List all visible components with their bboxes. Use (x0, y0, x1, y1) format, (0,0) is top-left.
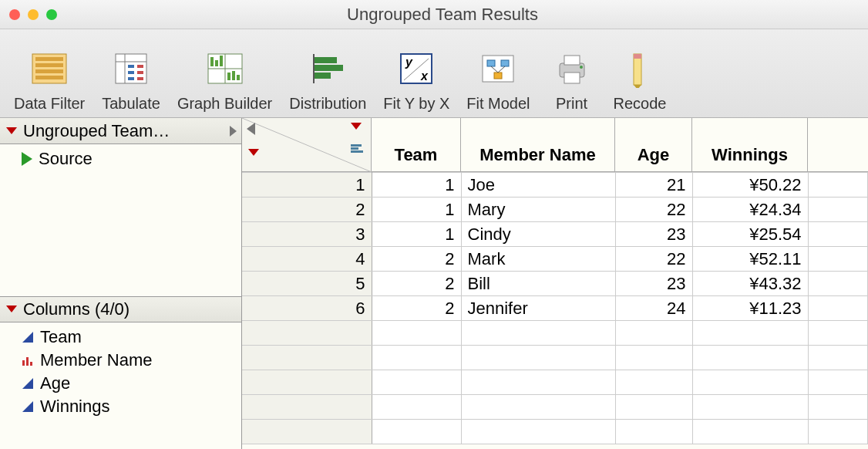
expand-icon[interactable] (230, 126, 237, 137)
row-number[interactable] (242, 321, 372, 346)
cell[interactable] (692, 321, 808, 346)
row-number[interactable] (242, 420, 372, 444)
cell[interactable] (692, 346, 808, 370)
cell[interactable] (692, 370, 808, 395)
cell[interactable]: 2 (372, 272, 461, 296)
table-row[interactable] (242, 395, 868, 420)
cell[interactable]: Jennifer (461, 296, 615, 321)
row-number[interactable]: 2 (242, 197, 372, 222)
row-number[interactable]: 5 (242, 272, 372, 296)
svg-marker-42 (634, 85, 641, 88)
column-header[interactable]: Winnings (692, 118, 808, 171)
cell[interactable]: 2 (372, 296, 461, 321)
row-number[interactable]: 3 (242, 222, 372, 247)
toolbar-tabulate[interactable]: Tabulate (97, 47, 165, 113)
column-item[interactable]: Winnings (22, 395, 235, 418)
grid-body[interactable]: 11Joe21¥50.2221Mary22¥24.3431Cindy23¥25.… (242, 172, 868, 449)
toolbar-distribution[interactable]: Distribution (284, 47, 371, 113)
cell[interactable]: 24 (615, 296, 692, 321)
table-panel-header[interactable]: Ungrouped Team… (0, 118, 241, 144)
cell[interactable] (461, 346, 615, 370)
row-states-icon[interactable] (351, 144, 363, 153)
cell[interactable] (461, 395, 615, 420)
cell[interactable] (372, 420, 461, 444)
column-item[interactable]: Member Name (22, 349, 235, 372)
cell[interactable] (372, 395, 461, 420)
cell[interactable]: 22 (615, 197, 692, 222)
cell[interactable] (615, 395, 692, 420)
back-icon[interactable] (247, 123, 255, 135)
cell[interactable] (615, 370, 692, 395)
column-item[interactable]: Age (22, 372, 235, 395)
cell[interactable] (692, 420, 808, 444)
cell[interactable]: ¥50.22 (692, 173, 808, 197)
disclosure-icon[interactable] (6, 306, 17, 312)
zoom-icon[interactable] (46, 9, 57, 20)
close-icon[interactable] (9, 9, 20, 20)
toolbar-print[interactable]: Print (543, 47, 601, 113)
minimize-icon[interactable] (28, 9, 39, 20)
row-number[interactable]: 4 (242, 247, 372, 272)
row-number[interactable]: 1 (242, 173, 372, 197)
columns-panel-header[interactable]: Columns (4/0) (0, 296, 241, 322)
toolbar-graph-builder[interactable]: Graph Builder (173, 47, 277, 113)
rows-menu-icon[interactable] (248, 149, 259, 156)
table-row[interactable]: 42Mark22¥52.11 (242, 247, 868, 272)
cell[interactable]: ¥43.32 (692, 272, 808, 296)
cell[interactable]: Mark (461, 247, 615, 272)
table-row[interactable] (242, 321, 868, 346)
cell[interactable]: ¥25.54 (692, 222, 808, 247)
toolbar-recode[interactable]: Recode (609, 47, 671, 113)
table-row[interactable]: 11Joe21¥50.22 (242, 173, 868, 197)
row-number[interactable] (242, 346, 372, 370)
cell[interactable]: Mary (461, 197, 615, 222)
column-item[interactable]: Team (22, 326, 235, 349)
cell[interactable]: ¥11.23 (692, 296, 808, 321)
cell[interactable]: 22 (615, 247, 692, 272)
table-row[interactable] (242, 420, 868, 444)
table-row[interactable]: 62Jennifer24¥11.23 (242, 296, 868, 321)
cell[interactable]: 1 (372, 197, 461, 222)
cell[interactable] (615, 321, 692, 346)
source-row[interactable]: Source (22, 147, 235, 170)
cell[interactable]: 2 (372, 247, 461, 272)
cell[interactable] (615, 420, 692, 444)
disclosure-icon[interactable] (6, 127, 17, 134)
cell[interactable]: Joe (461, 173, 615, 197)
cell[interactable]: 23 (615, 222, 692, 247)
content: Ungrouped Team… Source Columns (4/0) Tea… (0, 118, 868, 449)
cell[interactable] (461, 321, 615, 346)
cell[interactable]: Bill (461, 272, 615, 296)
cell[interactable] (692, 395, 808, 420)
cell[interactable] (372, 346, 461, 370)
cell[interactable]: ¥24.34 (692, 197, 808, 222)
cell[interactable] (372, 321, 461, 346)
row-number[interactable] (242, 395, 372, 420)
toolbar-fit-y-by-x[interactable]: yxFit Y by X (378, 47, 454, 113)
column-header[interactable]: Age (615, 118, 692, 171)
toolbar-fit-model[interactable]: Fit Model (462, 47, 534, 113)
toolbar-data-filter[interactable]: Data Filter (9, 47, 89, 113)
table-row[interactable] (242, 370, 868, 395)
cell[interactable]: 1 (372, 173, 461, 197)
cell-filler (808, 420, 868, 444)
column-header[interactable]: Member Name (461, 118, 615, 171)
cell[interactable] (615, 346, 692, 370)
row-number[interactable]: 6 (242, 296, 372, 321)
cell[interactable] (461, 420, 615, 444)
cell[interactable] (461, 370, 615, 395)
cell[interactable]: 23 (615, 272, 692, 296)
columns-menu-icon[interactable] (351, 123, 362, 130)
table-row[interactable] (242, 346, 868, 370)
cell[interactable]: 1 (372, 222, 461, 247)
table-row[interactable]: 31Cindy23¥25.54 (242, 222, 868, 247)
cell[interactable]: Cindy (461, 222, 615, 247)
table-row[interactable]: 52Bill23¥43.32 (242, 272, 868, 296)
column-header[interactable]: Team (372, 118, 461, 171)
cell[interactable] (372, 370, 461, 395)
cell[interactable]: 21 (615, 173, 692, 197)
cell[interactable]: ¥52.11 (692, 247, 808, 272)
table-row[interactable]: 21Mary22¥24.34 (242, 197, 868, 222)
row-number[interactable] (242, 370, 372, 395)
svg-text:y: y (405, 56, 413, 69)
